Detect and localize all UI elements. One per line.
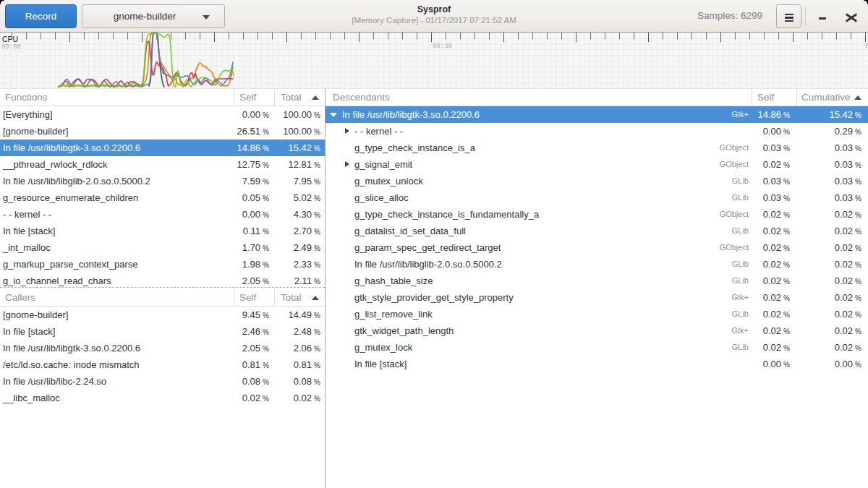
svg-text:01:00: 01:00 (865, 43, 868, 50)
svg-text:CPU: CPU (2, 35, 18, 43)
svg-text:00:00: 00:00 (1, 43, 21, 51)
svg-text:00:30: 00:30 (433, 43, 452, 50)
